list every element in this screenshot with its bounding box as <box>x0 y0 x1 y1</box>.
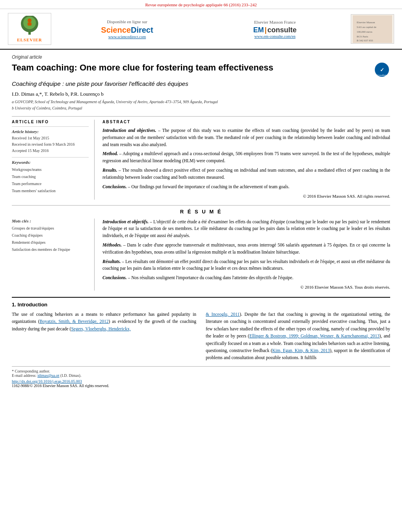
resume-section: R É S U M É Mots clés : Groupes de trava… <box>12 205 390 291</box>
top-bar: Revue européenne de psychologie appliqué… <box>0 0 402 9</box>
abstract-conclusions: Conclusions. – Our findings put forward … <box>102 184 390 191</box>
keywords-label: Keywords: <box>12 160 89 165</box>
email-name: (I.D. Dimas). <box>60 373 81 378</box>
abstract-copyright: © 2016 Elsevier Masson SAS. All rights r… <box>102 193 390 200</box>
sciencedirect-url: www.sciencedirect.com <box>108 35 146 39</box>
elsevier-tree-icon <box>16 16 43 37</box>
emconsulte-section: Elsevier Masson France EM|consulte www.e… <box>203 20 347 39</box>
svg-text:B 542 037 855: B 542 037 855 <box>357 39 373 42</box>
abstract-col: ABSTRACT Introduction and objectives. – … <box>102 120 390 200</box>
abstract-heading: ABSTRACT <box>102 120 390 124</box>
article-title-fr: Coaching d'équipe : une piste pour favor… <box>12 80 390 87</box>
received-revised-date: Received in revised form 9 March 2016 <box>12 141 89 148</box>
accepted-date: Accepted 15 May 2016 <box>12 148 89 154</box>
resume-resultats: Résultats. – Les résultats ont démontré … <box>102 258 390 272</box>
resume-heading: R É S U M É <box>12 209 390 215</box>
elsevier-masson-label: Elsevier Masson France <box>254 20 296 24</box>
main-content: Original article Team coaching: One more… <box>0 50 402 392</box>
emconsulte-url: www.em-consulte.com/en <box>254 34 295 39</box>
svg-text:100,000 euros: 100,000 euros <box>357 30 372 33</box>
affiliations: a GOVCOPP, School of Technology and Mana… <box>12 99 390 111</box>
authors-text: I.D. Dimas a,*, T. Rebelo b, P.R. Louren… <box>12 91 104 97</box>
svg-text:✓: ✓ <box>380 67 384 73</box>
divider-info <box>12 126 89 127</box>
history-label: Article history: <box>12 129 89 134</box>
abstract-results: Results. – The results showed a direct p… <box>102 167 390 181</box>
resume-two-col: Mots clés : Groupes de travail/équipes C… <box>12 219 390 291</box>
ref-kim: Kim, Egan, Kim, & Kim, 2013 <box>272 348 330 353</box>
keyword-4: Team members' satisfaction <box>12 187 89 195</box>
divider-keywords <box>12 157 89 158</box>
keywords-list: Workgroups/teams Team coaching Team perf… <box>12 166 89 195</box>
ref-ellinger: Ellinger & Bostrom, 1999; Goldman, Wesne… <box>249 334 380 338</box>
doi-section: http://dx.doi.org/10.1016/j.erap.2016.05… <box>12 379 390 392</box>
article-title: Team coaching: One more clue for fosteri… <box>12 62 370 74</box>
article-info-col: ARTICLE INFO Article history: Received 1… <box>12 120 95 200</box>
doi-issn: 1162-9088/© 2016 Elsevier Masson SAS. Al… <box>12 384 390 388</box>
keyword-3: Team performance <box>12 180 89 187</box>
affiliation-2: b University of Coimbra, Coimbra, Portug… <box>12 105 390 111</box>
resume-intro: Introduction et objectifs. – L'objectif … <box>102 219 390 239</box>
header-right-image: Elsevier Masson SAS au capital de 100,00… <box>351 14 394 44</box>
email-address: E-mail address: idimas@ua.pt (I.D. Dimas… <box>12 373 390 378</box>
svg-text:SAS au capital de: SAS au capital de <box>357 26 376 29</box>
elsevier-logo: ELSEVIER <box>8 13 51 45</box>
intro-two-col: The use of coaching behaviors as a means… <box>12 311 390 361</box>
affiliation-1: a GOVCOPP, School of Technology and Mana… <box>12 99 390 105</box>
mot-cle-4: Satisfaction des membres de l'équipe <box>12 246 89 253</box>
resume-copyright: © 2016 Elsevier Masson SAS. Tous droits … <box>102 284 390 291</box>
header-right-icon: Elsevier Masson SAS au capital de 100,00… <box>353 15 392 43</box>
crossmark-logo[interactable]: ✓ CrossMark <box>374 62 390 78</box>
mots-cles-label: Mots clés : <box>12 219 89 223</box>
sciencedirect-section: Disponible en ligne sur ScienceDirect ww… <box>55 19 199 39</box>
email-label: E-mail address: <box>12 373 37 378</box>
resume-text-col: Introduction et objectifs. – L'objectif … <box>102 219 390 291</box>
article-info-heading: ARTICLE INFO <box>12 120 89 124</box>
intro-section: 1. Introduction The use of coaching beha… <box>12 297 390 361</box>
disponible-label: Disponible en ligne sur <box>107 19 147 24</box>
svg-point-3 <box>28 19 32 22</box>
abstract-method: Method. – Adopting a multilevel approach… <box>102 150 390 165</box>
ref-segers: Segers, Vloeberghs, Henderickx, <box>71 326 130 331</box>
elsevier-label: ELSEVIER <box>17 37 42 42</box>
direct-text: Direct <box>131 26 153 34</box>
svg-rect-4 <box>28 22 32 26</box>
mot-cle-2: Coaching d'équipes <box>12 232 89 239</box>
two-col-section: ARTICLE INFO Article history: Received 1… <box>12 120 390 200</box>
footnote-section: * Corresponding author. E-mail address: … <box>12 366 390 378</box>
original-article-label: Original article <box>12 54 390 60</box>
authors-line: I.D. Dimas a,*, T. Rebelo b, P.R. Louren… <box>12 91 390 97</box>
intro-left-col: The use of coaching behaviors as a means… <box>12 311 196 361</box>
intro-right-col: & Inceoglu, 2011). Despite the fact that… <box>206 311 390 361</box>
abstract-intro: Introduction and objectives. – The purpo… <box>102 127 390 148</box>
keyword-2: Team coaching <box>12 173 89 180</box>
header-section: ELSEVIER Disponible en ligne sur Science… <box>0 9 402 50</box>
sciencedirect-logo: ScienceDirect <box>101 26 153 35</box>
svg-text:Elsevier Masson: Elsevier Masson <box>357 21 375 24</box>
intro-right-text: & Inceoglu, 2011). Despite the fact that… <box>206 311 390 361</box>
svg-text:CrossMark: CrossMark <box>377 74 387 76</box>
emconsulte-logo: EM|consulte <box>253 26 296 34</box>
email-link: idimas@ua.pt <box>37 373 60 378</box>
resume-conclusions: Conclusions. – Nos résultats soulignent … <box>102 274 390 282</box>
doi-url[interactable]: http://dx.doi.org/10.1016/j.erap.2016.05… <box>12 379 390 384</box>
journal-title: Revue européenne de psychologie appliqué… <box>145 2 257 7</box>
mots-cles-list: Groupes de travail/équipes Coaching d'éq… <box>12 225 89 253</box>
ref-boyatzis: Boyatzis, Smith, & Beveridge, 2012 <box>39 319 108 324</box>
corresponding-author: * Corresponding author. <box>12 369 390 373</box>
ref-inceoglu: & Inceoglu, 2011 <box>206 312 240 317</box>
mot-cle-1: Groupes de travail/équipes <box>12 225 89 232</box>
mot-cle-3: Rendement d'équipes <box>12 239 89 246</box>
divider-1 <box>12 116 390 117</box>
svg-text:RCS Paris: RCS Paris <box>357 35 368 38</box>
received-date: Received 1st May 2015 <box>12 135 89 141</box>
abstract-text: Introduction and objectives. – The purpo… <box>102 127 390 200</box>
intro-heading: 1. Introduction <box>12 302 390 308</box>
intro-left-text: The use of coaching behaviors as a means… <box>12 311 196 332</box>
mots-cles-col: Mots clés : Groupes de travail/équipes C… <box>12 219 95 291</box>
title-row: Team coaching: One more clue for fosteri… <box>12 62 390 78</box>
resume-methodes: Méthodes. – Dans le cadre d'une approche… <box>102 242 390 256</box>
keyword-1: Workgroups/teams <box>12 166 89 173</box>
